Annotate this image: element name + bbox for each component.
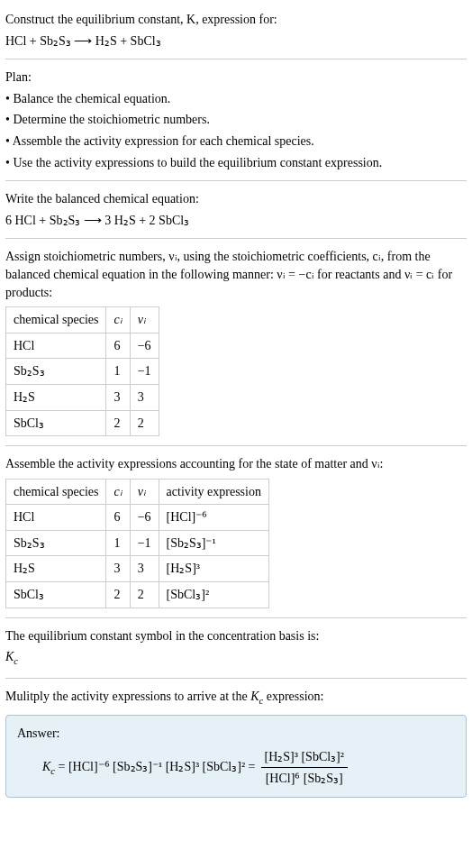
table-cell: 3 bbox=[130, 384, 159, 410]
table-header: νᵢ bbox=[130, 479, 159, 505]
plan-bullet-4: • Use the activity expressions to build … bbox=[5, 154, 467, 172]
table-cell: Sb₂S₃ bbox=[6, 530, 106, 556]
table-cell: 3 bbox=[130, 556, 159, 582]
divider-4 bbox=[5, 445, 467, 446]
table-row: HCl 6 −6 bbox=[6, 333, 159, 359]
plan-bullet-2: • Determine the stoichiometric numbers. bbox=[5, 111, 467, 129]
activity-intro: Assemble the activity expressions accoun… bbox=[5, 455, 467, 473]
table-cell: 1 bbox=[106, 530, 130, 556]
stoich-table: chemical species cᵢ νᵢ HCl 6 −6 Sb₂S₃ 1 … bbox=[5, 306, 159, 436]
table-cell: −1 bbox=[130, 530, 159, 556]
table-cell: 2 bbox=[130, 582, 159, 608]
table-cell: 1 bbox=[106, 359, 130, 385]
table-cell: SbCl₃ bbox=[6, 582, 106, 608]
answer-label: Answer: bbox=[17, 725, 455, 743]
plan-bullet-3: • Assemble the activity expression for e… bbox=[5, 132, 467, 151]
table-cell: 6 bbox=[106, 333, 130, 359]
divider-3 bbox=[5, 238, 467, 239]
answer-fraction: [H₂S]³ [SbCl₃]² [HCl]⁶ [Sb₂S₃] bbox=[261, 748, 348, 788]
table-row: SbCl₃ 2 2 [SbCl₃]² bbox=[6, 582, 269, 608]
plan-bullet-1: • Balance the chemical equation. bbox=[5, 90, 467, 108]
table-header: chemical species bbox=[6, 307, 106, 333]
basis-symbol: Kc bbox=[5, 648, 467, 668]
table-header: cᵢ bbox=[106, 479, 130, 505]
stoich-intro: Assign stoichiometric numbers, νᵢ, using… bbox=[5, 248, 467, 301]
table-cell: SbCl₃ bbox=[6, 410, 106, 436]
balanced-equation: 6 HCl + Sb₂S₃ ⟶ 3 H₂S + 2 SbCl₃ bbox=[5, 212, 467, 230]
table-cell: −6 bbox=[130, 505, 159, 531]
table-cell: 6 bbox=[106, 505, 130, 531]
table-cell: HCl bbox=[6, 505, 106, 531]
table-cell: 3 bbox=[106, 556, 130, 582]
table-cell: −1 bbox=[130, 359, 159, 385]
table-cell: H₂S bbox=[6, 556, 106, 582]
activity-table: chemical species cᵢ νᵢ activity expressi… bbox=[5, 479, 269, 608]
divider-5 bbox=[5, 617, 467, 618]
unbalanced-equation: HCl + Sb₂S₃ ⟶ H₂S + SbCl₃ bbox=[5, 32, 467, 50]
basis-line1: The equilibrium constant symbol in the c… bbox=[5, 627, 467, 645]
table-cell: −6 bbox=[130, 333, 159, 359]
table-cell: 2 bbox=[106, 582, 130, 608]
table-cell: [SbCl₃]² bbox=[159, 582, 268, 608]
table-cell: [H₂S]³ bbox=[159, 556, 268, 582]
table-row: chemical species cᵢ νᵢ bbox=[6, 307, 159, 333]
table-row: HCl 6 −6 [HCl]⁻⁶ bbox=[6, 505, 269, 531]
table-row: chemical species cᵢ νᵢ activity expressi… bbox=[6, 479, 269, 505]
balanced-heading: Write the balanced chemical equation: bbox=[5, 190, 467, 208]
answer-numerator: [H₂S]³ [SbCl₃]² bbox=[261, 748, 348, 769]
table-header: chemical species bbox=[6, 479, 106, 505]
table-cell: H₂S bbox=[6, 384, 106, 410]
table-cell: HCl bbox=[6, 333, 106, 359]
answer-expression: Kc = [HCl]⁻⁶ [Sb₂S₃]⁻¹ [H₂S]³ [SbCl₃]² =… bbox=[17, 748, 455, 788]
answer-denominator: [HCl]⁶ [Sb₂S₃] bbox=[262, 768, 347, 788]
table-cell: 2 bbox=[106, 410, 130, 436]
answer-lhs: Kc = [HCl]⁻⁶ [Sb₂S₃]⁻¹ [H₂S]³ [SbCl₃]² = bbox=[42, 758, 256, 778]
table-cell: 3 bbox=[106, 384, 130, 410]
table-row: H₂S 3 3 [H₂S]³ bbox=[6, 556, 269, 582]
plan-heading: Plan: bbox=[5, 69, 467, 87]
table-cell: 2 bbox=[130, 410, 159, 436]
table-row: Sb₂S₃ 1 −1 bbox=[6, 359, 159, 385]
table-row: Sb₂S₃ 1 −1 [Sb₂S₃]⁻¹ bbox=[6, 530, 269, 556]
table-row: H₂S 3 3 bbox=[6, 384, 159, 410]
table-header: cᵢ bbox=[106, 307, 130, 333]
divider-1 bbox=[5, 59, 467, 59]
multiply-intro: Mulitply the activity expressions to arr… bbox=[5, 688, 467, 708]
table-header: νᵢ bbox=[130, 307, 159, 333]
table-cell: [HCl]⁻⁶ bbox=[159, 505, 268, 531]
table-row: SbCl₃ 2 2 bbox=[6, 410, 159, 436]
answer-box: Answer: Kc = [HCl]⁻⁶ [Sb₂S₃]⁻¹ [H₂S]³ [S… bbox=[5, 715, 467, 798]
divider-6 bbox=[5, 678, 467, 679]
table-cell: [Sb₂S₃]⁻¹ bbox=[159, 530, 268, 556]
table-header: activity expression bbox=[159, 479, 268, 505]
table-cell: Sb₂S₃ bbox=[6, 359, 106, 385]
divider-2 bbox=[5, 180, 467, 181]
prompt-line1: Construct the equilibrium constant, K, e… bbox=[5, 11, 467, 29]
